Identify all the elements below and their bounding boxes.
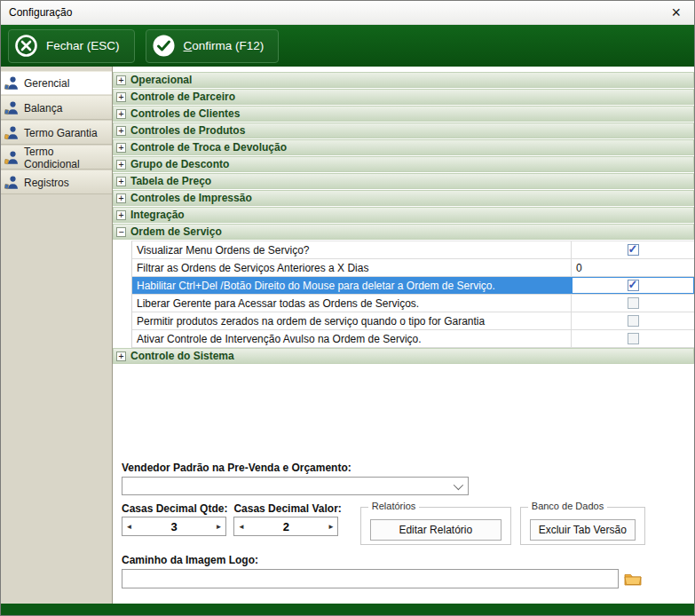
ordem-servico-settings-table: Visualizar Menu Ordens de Serviço?Filtra… (131, 241, 694, 348)
checkbox-unchecked-icon[interactable] (628, 315, 639, 327)
casas-decimal-valor-label: Casas Decimal Valor: (233, 502, 341, 515)
user-conditional-icon (4, 150, 20, 165)
section-header-controles-de-clientes[interactable]: +Controles de Clientes (113, 106, 694, 122)
setting-value-cell[interactable] (572, 295, 694, 312)
settings-accordion: +Operacional+Controle de Parceiro+Contro… (113, 67, 694, 365)
checkbox-checked-icon[interactable] (628, 244, 639, 256)
table-row-visualizar-menu-ordens-de-servico[interactable]: Visualizar Menu Ordens de Serviço? (132, 241, 694, 259)
setting-value-cell[interactable] (572, 241, 694, 258)
expand-icon[interactable]: + (116, 177, 126, 186)
section-header-grupo-de-desconto[interactable]: +Grupo de Desconto (113, 156, 694, 172)
toolbar: Fechar (ESC) Confirma (F12) (1, 25, 694, 67)
setting-label: Visualizar Menu Ordens de Serviço? (132, 241, 572, 258)
section-label: Controles de Produtos (130, 124, 245, 137)
section-label: Controle de Troca e Devolução (130, 141, 287, 154)
section-header-tabela-de-preco[interactable]: +Tabela de Preço (113, 173, 694, 189)
section-label: Ordem de Serviço (130, 225, 222, 238)
expand-icon[interactable]: + (116, 193, 126, 203)
spin-left-icon[interactable]: ◄ (122, 523, 136, 531)
sidebar-item-termo-garantia[interactable]: Termo Garantia (1, 121, 112, 145)
section-header-controle-de-troca-e-devolucao[interactable]: +Controle de Troca e Devolução (113, 139, 694, 155)
casas-decimal-valor-stepper[interactable]: ◄ 2 ► (233, 517, 338, 536)
expand-icon[interactable]: + (116, 75, 126, 85)
sidebar-item-label: Termo Condicional (24, 146, 108, 170)
excluir-tab-versao-button[interactable]: Excluir Tab Versão (530, 519, 636, 541)
setting-label: Permitir produtos zerados na ordem de se… (132, 312, 572, 329)
sidebar-item-balanca[interactable]: Balança (1, 96, 112, 120)
chevron-down-icon (454, 479, 463, 489)
section-label: Controle do Sistema (130, 350, 234, 362)
expand-icon[interactable]: + (116, 351, 126, 361)
setting-label: Ativar Controle de Intervenção Avulso na… (132, 330, 572, 347)
section-header-controles-de-produtos[interactable]: +Controles de Produtos (113, 122, 694, 138)
confirma-button[interactable]: Confirma (F12) (146, 29, 280, 63)
expand-icon[interactable]: + (116, 143, 126, 153)
spin-right-icon[interactable]: ► (212, 523, 225, 531)
setting-value-cell[interactable] (572, 277, 694, 294)
caminho-imagem-logo-input[interactable] (122, 569, 619, 588)
section-header-operacional[interactable]: +Operacional (113, 72, 694, 88)
decimal-and-groups-row: Casas Decimal Qtde: ◄ 3 ► Casas Decimal … (122, 502, 694, 545)
section-label: Tabela de Preço (130, 175, 211, 187)
table-row-habilitar-ctrl-del-botao-direito-do-mous[interactable]: Habilitar Ctrl+Del /Botão Direito do Mou… (132, 277, 694, 295)
sidebar-item-gerencial[interactable]: Gerencial (1, 71, 112, 95)
setting-label: Liberar Gerente para Acessar todas as Or… (132, 295, 572, 312)
fechar-button[interactable]: Fechar (ESC) (8, 29, 135, 63)
spin-left-icon[interactable]: ◄ (234, 523, 248, 531)
setting-value-cell[interactable] (572, 330, 694, 347)
casas-decimal-valor-value: 2 (248, 520, 324, 533)
section-header-ordem-de-servico[interactable]: −Ordem de Serviço (113, 224, 694, 240)
section-label: Operacional (130, 74, 192, 86)
casas-decimal-qtde-value: 3 (136, 520, 212, 533)
setting-value-cell[interactable]: 0 (572, 259, 694, 276)
expand-icon[interactable]: + (116, 109, 126, 119)
open-folder-button[interactable] (622, 572, 644, 587)
footer-panel: Vendedor Padrão na Pre-Venda e Orçamento… (113, 462, 694, 604)
sidebar-item-registros[interactable]: Registros (1, 170, 112, 194)
configuracao-window: Configuração × Fechar (ESC) Confirma (F1… (0, 0, 695, 616)
setting-label: Filtrar as Ordens de Serviços Anteriores… (132, 259, 572, 276)
expand-icon[interactable]: + (116, 210, 126, 220)
vendedor-padrao-combobox[interactable] (122, 477, 469, 495)
sidebar-item-label: Registros (24, 177, 69, 189)
table-row-permitir-produtos-zerados-na-ordem-de-se[interactable]: Permitir produtos zerados na ordem de se… (132, 312, 694, 330)
section-label: Integração (130, 209, 185, 221)
sidebar-item-label: Gerencial (24, 77, 69, 90)
table-row-filtrar-as-ordens-de-servicos-anteriores[interactable]: Filtrar as Ordens de Serviços Anteriores… (132, 259, 694, 277)
expand-icon[interactable]: + (116, 126, 126, 136)
section-label: Controles de Clientes (130, 107, 240, 120)
section-label: Controle de Parceiro (130, 91, 235, 103)
casas-decimal-qtde-label: Casas Decimal Qtde: (122, 502, 227, 515)
section-header-controle-do-sistema[interactable]: +Controle do Sistema (113, 348, 694, 364)
section-header-controles-de-impressao[interactable]: +Controles de Impressão (113, 190, 694, 206)
expand-icon[interactable]: + (116, 92, 126, 102)
user-scale-icon (4, 100, 20, 115)
checkbox-unchecked-icon[interactable] (628, 297, 639, 309)
collapse-icon[interactable]: − (116, 227, 126, 237)
user-manager-icon (4, 75, 20, 91)
checkbox-unchecked-icon[interactable] (628, 333, 639, 344)
section-header-controle-de-parceiro[interactable]: +Controle de Parceiro (113, 89, 694, 105)
setting-label: Habilitar Ctrl+Del /Botão Direito do Mou… (132, 277, 572, 294)
close-window-button[interactable]: × (666, 4, 686, 20)
confirma-label: Confirma (F12) (184, 39, 265, 52)
setting-value-cell[interactable] (572, 312, 694, 329)
casas-decimal-qtde-stepper[interactable]: ◄ 3 ► (122, 517, 226, 536)
sidebar-item-termo-condicional[interactable]: Termo Condicional (1, 146, 112, 170)
expand-icon[interactable]: + (116, 160, 126, 170)
cancel-circle-icon (14, 34, 38, 58)
user-records-icon (4, 175, 20, 190)
checkbox-checked-icon[interactable] (628, 280, 639, 291)
editar-relatorio-button[interactable]: Editar Relatório (370, 519, 502, 541)
spin-right-icon[interactable]: ► (324, 523, 337, 531)
casas-decimal-valor-field: Casas Decimal Valor: ◄ 2 ► (233, 502, 341, 536)
folder-icon (624, 573, 642, 586)
section-header-integracao[interactable]: +Integração (113, 207, 694, 223)
caminho-imagem-logo-row (122, 569, 694, 588)
user-warranty-icon (4, 125, 20, 140)
title-bar: Configuração × (1, 1, 694, 25)
empty-space (113, 365, 694, 462)
table-row-liberar-gerente-para-acessar-todas-as-or[interactable]: Liberar Gerente para Acessar todas as Or… (132, 295, 694, 312)
table-row-ativar-controle-de-intervencao-avulso-na[interactable]: Ativar Controle de Intervenção Avulso na… (132, 330, 694, 348)
relatorios-group-label: Relatórios (368, 501, 420, 511)
